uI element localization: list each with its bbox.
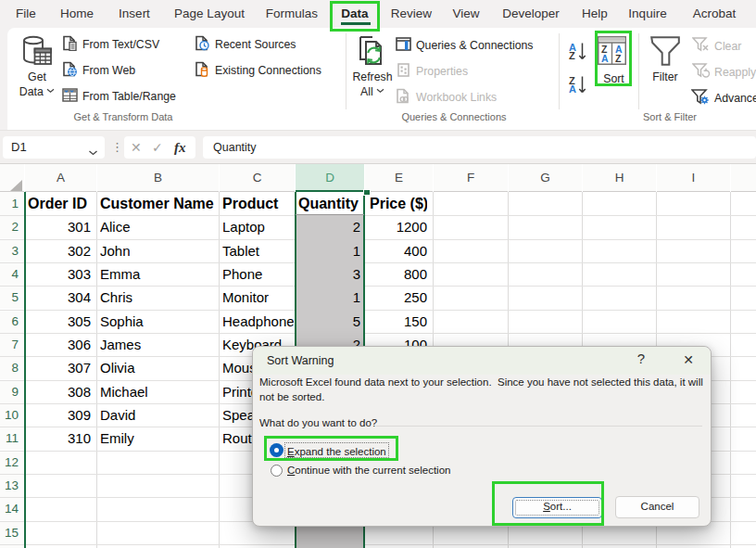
svg-text:Z: Z [569, 50, 575, 61]
svg-text:A: A [569, 83, 576, 95]
